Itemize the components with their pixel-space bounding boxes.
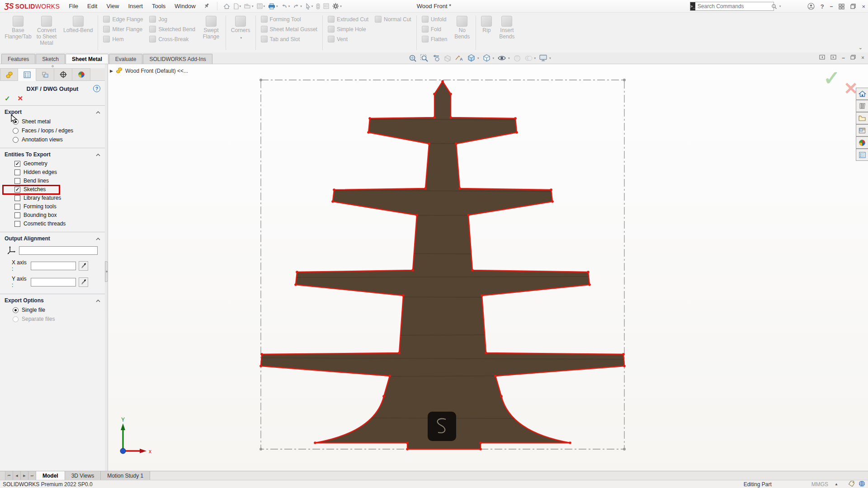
- print-caret[interactable]: ▾: [276, 5, 278, 8]
- unfold-button[interactable]: Unfold: [420, 14, 450, 24]
- first-tab-button[interactable]: ⏮: [5, 471, 13, 480]
- search-box[interactable]: >_ ▾: [690, 2, 774, 11]
- tab-sketch[interactable]: Sketch: [36, 54, 65, 64]
- corners-caret[interactable]: ▾: [240, 36, 242, 40]
- tag-icon[interactable]: [848, 481, 855, 488]
- insert-bends-button[interactable]: Insert Bends: [496, 14, 518, 51]
- confirm-ok-icon[interactable]: ✓: [823, 66, 840, 89]
- entities-collapse-chevron[interactable]: [96, 151, 100, 158]
- minimize-document-button[interactable]: –: [842, 55, 845, 61]
- task-pane-home-tab[interactable]: [856, 88, 868, 100]
- feature-tree-root[interactable]: ▶ Wood Front (Default) <<...: [110, 67, 188, 75]
- pm-help-icon[interactable]: ?: [93, 85, 100, 92]
- hem-button[interactable]: Hem: [101, 34, 145, 44]
- search-icon[interactable]: [770, 4, 778, 9]
- user-account-icon[interactable]: [807, 3, 815, 10]
- appearances-tab[interactable]: [856, 136, 868, 149]
- menu-window[interactable]: Window: [170, 1, 200, 11]
- sketches-checkbox-row[interactable]: ✓Sketches: [4, 185, 101, 194]
- apply-scene-button[interactable]: ▾: [524, 54, 536, 62]
- file-properties-button[interactable]: [322, 2, 330, 10]
- entities-section-header[interactable]: Entities To Export: [5, 151, 51, 158]
- search-caret[interactable]: ▾: [779, 5, 783, 8]
- previous-view-icon[interactable]: [432, 54, 440, 62]
- propertymanager-tab[interactable]: [18, 68, 36, 81]
- export-sheet-metal-radio[interactable]: Sheet metal: [4, 117, 101, 126]
- save-button[interactable]: ▾: [255, 2, 267, 10]
- menu-tools[interactable]: Tools: [147, 1, 170, 11]
- display-style-button[interactable]: ▾: [482, 54, 495, 62]
- corners-button[interactable]: Corners▾: [229, 14, 253, 51]
- model-tab[interactable]: Model: [36, 471, 65, 480]
- x-axis-input[interactable]: [31, 262, 76, 270]
- close-window-button[interactable]: ×: [862, 3, 865, 10]
- rebuild-button[interactable]: [315, 2, 321, 10]
- hide-show-items-button[interactable]: ▾: [497, 55, 510, 61]
- simple-hole-button[interactable]: Simple Hole: [326, 24, 371, 34]
- view-settings-button[interactable]: ▾: [539, 54, 551, 62]
- status-globe-icon[interactable]: [859, 480, 865, 488]
- export-options-header[interactable]: Export Options: [5, 297, 44, 304]
- hide-show-annotations-icon[interactable]: A: [455, 55, 464, 62]
- help-icon[interactable]: ?: [821, 3, 824, 10]
- zoom-to-fit-icon[interactable]: [408, 54, 417, 62]
- convert-to-sheet-metal-button[interactable]: Convert to Sheet Metal: [34, 14, 59, 51]
- rip-button[interactable]: Rip: [479, 14, 494, 51]
- sheet-metal-gusset-button[interactable]: Sheet Metal Gusset: [259, 24, 320, 34]
- graphics-viewport[interactable]: ▶ Wood Front (Default) <<... ✓ ✕: [105, 64, 868, 471]
- restore-document-button[interactable]: [850, 55, 856, 61]
- custom-properties-tab[interactable]: [856, 149, 868, 161]
- dimxpertmanager-tab[interactable]: [54, 68, 72, 81]
- fold-button[interactable]: Fold: [420, 24, 450, 34]
- bounding-box-checkbox-row[interactable]: Bounding box: [4, 211, 101, 220]
- jog-button[interactable]: Jog: [147, 14, 197, 24]
- separate-files-radio[interactable]: Separate files: [4, 314, 101, 324]
- unit-system-caret[interactable]: ▲: [835, 482, 838, 486]
- home-button[interactable]: [222, 2, 231, 10]
- lofted-bend-button[interactable]: Lofted-Bend: [61, 14, 95, 51]
- export-annotation-views-radio[interactable]: Annotation views: [4, 135, 101, 144]
- panel-splitter-grip[interactable]: [105, 261, 108, 282]
- options-button[interactable]: ▾: [331, 2, 343, 10]
- tab-solidworks-add-ins[interactable]: SOLIDWORKS Add-Ins: [143, 54, 212, 64]
- pane-collapse-right-icon[interactable]: [830, 55, 836, 61]
- export-collapse-chevron[interactable]: [96, 109, 100, 115]
- section-view-icon[interactable]: [443, 54, 452, 62]
- menu-view[interactable]: View: [102, 1, 123, 11]
- options-collapse-chevron[interactable]: [96, 297, 100, 304]
- tab-features[interactable]: Features: [1, 54, 35, 64]
- menu-insert[interactable]: Insert: [123, 1, 147, 11]
- restore-window-button[interactable]: [850, 4, 856, 9]
- flatten-button[interactable]: Flatten: [420, 34, 450, 44]
- view-palette-tab[interactable]: [856, 124, 868, 136]
- redo-caret[interactable]: ▾: [300, 5, 302, 8]
- file-explorer-tab[interactable]: [856, 112, 868, 124]
- next-tab-button[interactable]: ▶: [21, 471, 28, 480]
- output-alignment-header[interactable]: Output Alignment: [5, 235, 50, 242]
- select-tool-caret[interactable]: ▾: [311, 5, 313, 8]
- pane-collapse-left-icon[interactable]: [819, 55, 825, 61]
- normal-cut-button[interactable]: Normal Cut: [373, 14, 414, 24]
- x-axis-reverse-button[interactable]: [79, 261, 88, 271]
- forming-tools-checkbox-row[interactable]: Forming tools: [4, 202, 101, 211]
- hide-show-items-caret[interactable]: ▾: [508, 56, 510, 60]
- design-library-tab[interactable]: [856, 100, 868, 112]
- close-document-button[interactable]: ×: [861, 55, 864, 61]
- vent-button[interactable]: Vent: [326, 34, 371, 44]
- 3d-views-tab[interactable]: 3D Views: [65, 471, 101, 480]
- export-faces-loops-edges-radio[interactable]: Faces / loops / edges: [4, 126, 101, 135]
- view-orientation-button[interactable]: ▾: [467, 54, 479, 62]
- alignment-collapse-chevron[interactable]: [96, 235, 100, 242]
- single-file-radio[interactable]: Single file: [4, 305, 101, 314]
- edge-flange-button[interactable]: Edge Flange: [101, 14, 145, 24]
- bend-lines-checkbox-row[interactable]: Bend lines: [4, 177, 101, 185]
- hidden-edges-checkbox-row[interactable]: Hidden edges: [4, 168, 101, 177]
- minimize-window-button[interactable]: –: [830, 3, 833, 9]
- panel-splitter-handle[interactable]: [0, 64, 105, 68]
- feature-tree-root-label[interactable]: Wood Front (Default) <<...: [125, 68, 188, 74]
- coordinate-system-input[interactable]: [19, 246, 98, 255]
- display-style-caret[interactable]: ▾: [493, 56, 495, 60]
- select-tool-button[interactable]: ▾: [304, 2, 315, 10]
- window-layout-icon[interactable]: [839, 4, 844, 9]
- ribbon-collapse-chevron[interactable]: ⌄: [859, 45, 863, 51]
